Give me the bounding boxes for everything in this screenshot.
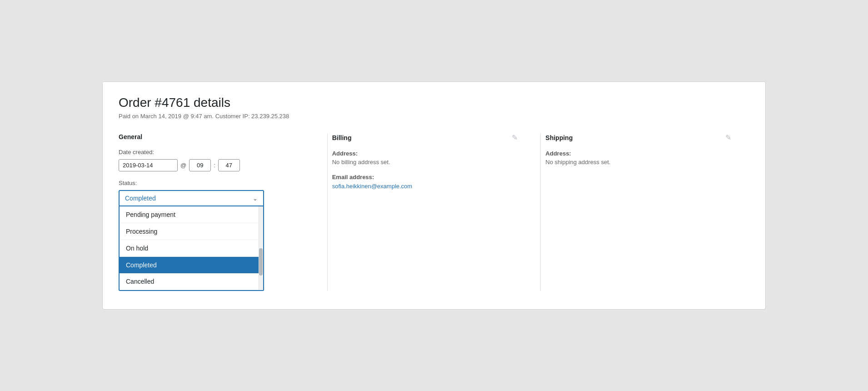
date-input[interactable] [119, 159, 178, 171]
divider-billing-shipping [540, 133, 541, 291]
date-created-label: Date created: [119, 149, 304, 155]
dropdown-item-on-hold[interactable]: On hold [120, 240, 263, 257]
general-title: General [119, 133, 142, 140]
billing-address-value: No billing address set. [332, 159, 518, 165]
divider-general-billing [327, 133, 328, 291]
shipping-section: Shipping ✎ Address: No shipping address … [545, 133, 749, 174]
dropdown-item-pending-payment[interactable]: Pending payment [120, 206, 263, 223]
billing-address-label: Address: [332, 150, 518, 157]
billing-email-link[interactable]: sofia.heikkinen@example.com [332, 183, 413, 190]
chevron-down-icon: ⌄ [253, 195, 258, 202]
page-subtitle: Paid on March 14, 2019 @ 9:47 am. Custom… [119, 113, 749, 120]
scrollbar-thumb [259, 248, 263, 276]
status-label: Status: [119, 180, 304, 186]
date-row: @ : [119, 159, 304, 171]
scrollbar-track [259, 206, 263, 290]
dropdown-item-completed[interactable]: Completed [120, 257, 263, 273]
shipping-address-value: No shipping address set. [545, 159, 731, 165]
time-minute-input[interactable] [218, 159, 240, 171]
dropdown-selected-text: Completed [125, 195, 156, 202]
general-section-header: General [119, 133, 304, 140]
status-dropdown-selected[interactable]: Completed ⌄ [119, 190, 264, 206]
billing-section: Billing ✎ Address: No billing address se… [332, 133, 536, 190]
dropdown-item-processing[interactable]: Processing [120, 223, 263, 240]
order-details-card: Order #4761 details Paid on March 14, 20… [102, 81, 766, 310]
colon: : [214, 162, 215, 169]
billing-title: Billing [332, 134, 352, 141]
sections-row: General Date created: @ : Status: Comple… [119, 133, 749, 291]
status-dropdown-wrapper: Completed ⌄ Pending payment Processing O… [119, 190, 264, 291]
general-section: General Date created: @ : Status: Comple… [119, 133, 323, 291]
status-dropdown-list: Pending payment Processing On hold Compl… [119, 206, 264, 291]
page-title: Order #4761 details [119, 95, 749, 110]
billing-edit-icon[interactable]: ✎ [512, 133, 518, 142]
time-hour-input[interactable] [189, 159, 211, 171]
at-sign: @ [180, 162, 186, 169]
billing-email-label: Email address: [332, 174, 518, 180]
shipping-section-header: Shipping ✎ [545, 133, 731, 142]
billing-section-header: Billing ✎ [332, 133, 518, 142]
shipping-address-label: Address: [545, 150, 731, 157]
shipping-title: Shipping [545, 134, 573, 141]
shipping-edit-icon[interactable]: ✎ [725, 133, 731, 142]
dropdown-item-cancelled[interactable]: Cancelled [120, 273, 263, 290]
